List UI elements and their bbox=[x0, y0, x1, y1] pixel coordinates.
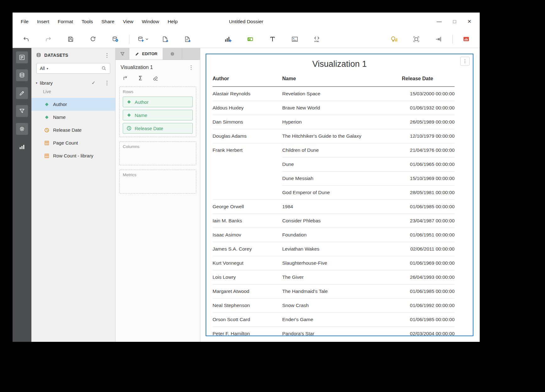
save-icon[interactable] bbox=[64, 33, 77, 46]
grid-cell-name: Slaughterhouse-Five bbox=[282, 256, 402, 270]
menu-format[interactable]: Format bbox=[58, 19, 73, 24]
insert-html-icon[interactable]: HTML bbox=[310, 33, 324, 46]
grid-cell-author: Aldous Huxley bbox=[213, 101, 282, 115]
insights-icon[interactable] bbox=[387, 33, 401, 46]
dataset-field-page-count[interactable]: Page Count bbox=[31, 136, 115, 149]
grid-row: Peter F. HamiltonPandora's Star02/03/200… bbox=[213, 327, 455, 336]
grid-cell-release-date: 28/05/1981 00:00:00 bbox=[402, 186, 455, 200]
grid-cell-release-date: 01/06/1969 00:00:00 bbox=[402, 256, 455, 270]
grid-cell-author: Frank Herbert bbox=[213, 143, 282, 200]
presentation-mode-icon[interactable] bbox=[460, 33, 473, 46]
grid-cell-author: Orson Scott Card bbox=[213, 313, 282, 327]
rail-edit-icon[interactable] bbox=[16, 87, 28, 99]
insert-page-icon[interactable] bbox=[159, 33, 172, 46]
menu-help[interactable]: Help bbox=[168, 19, 178, 24]
tab-filter[interactable] bbox=[116, 48, 129, 60]
menu-share[interactable]: Share bbox=[101, 19, 114, 24]
rail-gallery-icon[interactable] bbox=[16, 141, 28, 153]
column-header-name[interactable]: Name bbox=[282, 72, 402, 87]
grid-cell-release-date: 02/06/2011 00:00:00 bbox=[402, 242, 455, 256]
attribute-diamond-icon bbox=[126, 99, 132, 105]
grid-cell-name: Snow Crash bbox=[282, 299, 402, 313]
insert-image-icon[interactable] bbox=[288, 33, 301, 46]
tab-editor-label: EDITOR bbox=[142, 51, 158, 56]
grid-cell-author: Alastair Reynolds bbox=[213, 87, 282, 101]
dataset-field-row-count-library[interactable]: Row Count - library bbox=[31, 149, 115, 162]
dataset-search-filter-dropdown[interactable]: All ▾ bbox=[40, 66, 48, 71]
visualization-editor-menu-button[interactable]: ⋮ bbox=[187, 65, 195, 70]
visualization-menu-button[interactable]: ⋮ bbox=[460, 57, 470, 66]
column-header-release-date[interactable]: Release Date bbox=[402, 72, 455, 87]
canvas: ⋮ Visualization 1 AuthorNameRelease Date… bbox=[200, 48, 480, 342]
dataset-search-box[interactable]: All ▾ bbox=[36, 63, 110, 74]
grid-cell-name: The Giver bbox=[282, 270, 402, 284]
visualization-container[interactable]: ⋮ Visualization 1 AuthorNameRelease Date… bbox=[206, 54, 473, 336]
rail-filter-icon[interactable] bbox=[16, 105, 28, 117]
chevron-down-icon[interactable] bbox=[145, 38, 148, 40]
tab-editor[interactable]: EDITOR bbox=[129, 48, 163, 60]
grid-cell-author: Dan Simmons bbox=[213, 115, 282, 129]
grid-cell-name: Consider Phlebas bbox=[282, 214, 402, 228]
grid-cell-release-date: 01/06/1985 00:00:00 bbox=[402, 313, 455, 327]
dropzone-rows[interactable]: RowsAuthorNameRelease Date bbox=[119, 87, 196, 137]
editor-tab-strip: EDITOR bbox=[116, 48, 200, 60]
dataset-menu-button[interactable]: ⋮ bbox=[103, 80, 111, 86]
menu-view[interactable]: View bbox=[123, 19, 133, 24]
grid-row: Dan SimmonsHyperion26/05/1989 00:00:00 bbox=[213, 115, 455, 129]
grid-cell-release-date: 02/03/2004 00:00:00 bbox=[402, 327, 455, 336]
toolbar-separator bbox=[452, 35, 453, 44]
grid-row: Margaret AtwoodThe Handmaid's Tale01/06/… bbox=[213, 284, 455, 299]
rail-format-icon[interactable] bbox=[16, 123, 28, 135]
insert-text-icon[interactable] bbox=[266, 33, 279, 46]
dataset-field-author[interactable]: Author bbox=[31, 98, 115, 111]
pill-release-date[interactable]: Release Date bbox=[123, 123, 193, 134]
collapse-panels-icon[interactable] bbox=[432, 33, 445, 46]
swap-axes-icon[interactable] bbox=[122, 75, 129, 82]
grid-row: Kurt VonnegutSlaughterhouse-Five01/06/19… bbox=[213, 256, 455, 270]
dataset-field-name[interactable]: Name bbox=[31, 111, 115, 124]
dataset-status-icon[interactable] bbox=[109, 33, 122, 46]
drop-zones: RowsAuthorNameRelease DateColumnsMetrics bbox=[116, 82, 200, 193]
sum-icon[interactable]: Σ bbox=[137, 75, 144, 82]
minimize-button[interactable]: — bbox=[437, 19, 442, 24]
menu-file[interactable]: File bbox=[21, 19, 29, 24]
menu-insert[interactable]: Insert bbox=[37, 19, 49, 24]
app-window: Untitled Dossier FileInsertFormatToolsSh… bbox=[13, 13, 480, 342]
column-header-author[interactable]: Author bbox=[213, 72, 282, 87]
grid-cell-release-date: 26/04/1993 00:00:00 bbox=[402, 270, 455, 284]
close-button[interactable]: ✕ bbox=[467, 19, 472, 24]
expand-caret-icon[interactable]: ▾ bbox=[36, 81, 37, 85]
attribute-diamond-icon bbox=[44, 102, 50, 107]
menu-window[interactable]: Window bbox=[142, 19, 159, 24]
pill-author[interactable]: Author bbox=[123, 97, 193, 107]
insert-filter-box-icon[interactable] bbox=[244, 33, 257, 46]
maximize-button[interactable]: □ bbox=[453, 19, 456, 24]
refresh-icon[interactable] bbox=[86, 33, 100, 46]
dropzone-metrics[interactable]: Metrics bbox=[119, 170, 196, 193]
dropzone-columns[interactable]: Columns bbox=[119, 141, 196, 165]
date-clock-icon bbox=[126, 125, 132, 131]
rail-table-of-contents-icon[interactable] bbox=[16, 51, 28, 63]
eraser-icon[interactable] bbox=[152, 75, 159, 82]
grid-row: Douglas AdamsThe Hitchhiker's Guide to t… bbox=[213, 129, 455, 143]
redo-icon[interactable] bbox=[42, 33, 55, 46]
menu-tools[interactable]: Tools bbox=[82, 19, 93, 24]
insert-visualization-icon[interactable] bbox=[221, 33, 235, 46]
tab-settings[interactable] bbox=[163, 48, 182, 60]
visualization-title: Visualization 1 bbox=[206, 54, 473, 72]
format-document-icon[interactable] bbox=[410, 33, 423, 46]
dataset-library-row[interactable]: ▾ library ✓ ⋮ bbox=[31, 78, 115, 87]
main-area: DATASETS ⋮ All ▾ ▾ library ✓ ⋮ Live A bbox=[13, 48, 480, 342]
dropzone-label: Rows bbox=[123, 89, 193, 94]
grid-cell-release-date: 01/06/1932 00:00:00 bbox=[402, 101, 455, 115]
add-data-icon[interactable] bbox=[136, 33, 149, 46]
metric-grid-icon bbox=[44, 153, 50, 159]
insert-chapter-icon[interactable] bbox=[181, 33, 194, 46]
undo-icon[interactable] bbox=[19, 33, 33, 46]
dataset-field-release-date[interactable]: Release Date bbox=[31, 124, 115, 136]
search-icon[interactable] bbox=[101, 66, 107, 71]
grid-cell-author: Margaret Atwood bbox=[213, 284, 282, 299]
datasets-menu-button[interactable]: ⋮ bbox=[103, 53, 111, 58]
pill-name[interactable]: Name bbox=[123, 110, 193, 120]
rail-datasets-icon[interactable] bbox=[16, 69, 28, 81]
